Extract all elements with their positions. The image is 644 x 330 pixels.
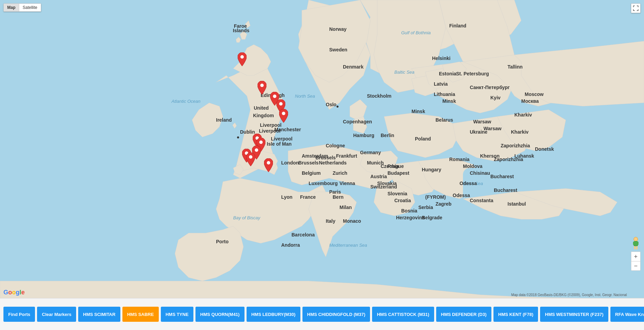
- svg-text:Bay of Biscay: Bay of Biscay: [233, 215, 261, 220]
- hms-cattistock-button[interactable]: HMS CATTISTOCK (M31): [372, 307, 434, 322]
- svg-text:Warsaw: Warsaw: [484, 126, 502, 131]
- svg-text:Norway: Norway: [329, 26, 347, 32]
- svg-text:Lithuania: Lithuania: [434, 91, 455, 97]
- svg-text:Prague: Prague: [387, 163, 404, 169]
- svg-text:Hamburg: Hamburg: [353, 133, 374, 138]
- svg-text:Austria: Austria: [370, 174, 387, 179]
- svg-text:Barcelona: Barcelona: [291, 232, 315, 237]
- hms-tyne-button[interactable]: HMS TYNE: [161, 307, 193, 322]
- svg-text:Berlin: Berlin: [381, 133, 394, 138]
- svg-text:Finland: Finland: [449, 23, 466, 28]
- svg-text:Kharkiv: Kharkiv: [514, 112, 532, 118]
- bottom-bar: Find Ports Clear Markers HMS SCIMITAR HM…: [0, 298, 644, 330]
- svg-text:Porto: Porto: [216, 239, 229, 244]
- svg-point-111: [240, 55, 244, 59]
- rfa-wave-knight-button[interactable]: RFA Wave Knight: [610, 307, 644, 322]
- svg-point-105: [634, 237, 638, 241]
- svg-text:Cologne: Cologne: [326, 143, 345, 148]
- map-container: Atlantic Ocean North Sea Baltic Sea Bay …: [0, 0, 644, 298]
- svg-point-117: [259, 140, 263, 144]
- svg-text:Kyiv: Kyiv: [490, 95, 501, 100]
- svg-text:London: London: [281, 160, 299, 166]
- svg-text:Moscow: Moscow: [525, 91, 544, 97]
- map-marker-1[interactable]: [238, 52, 247, 66]
- svg-text:Odessa: Odessa: [453, 193, 470, 198]
- satellite-btn[interactable]: Satellite: [19, 4, 41, 11]
- svg-text:Москва: Москва: [521, 98, 539, 104]
- svg-text:Mediterranean Sea: Mediterranean Sea: [329, 243, 367, 248]
- svg-text:Ireland: Ireland: [216, 117, 232, 123]
- svg-text:Belgrade: Belgrade: [422, 215, 442, 220]
- svg-text:Oslo: Oslo: [326, 102, 336, 107]
- hms-sabre-button[interactable]: HMS SABRE: [122, 307, 159, 322]
- hms-ledbury-button[interactable]: HMS LEDBURY(M30): [247, 307, 300, 322]
- svg-point-115: [282, 112, 285, 115]
- svg-text:North Sea: North Sea: [295, 94, 315, 99]
- svg-point-114: [279, 102, 283, 106]
- svg-text:Herzegovina: Herzegovina: [396, 215, 425, 220]
- map-marker-5[interactable]: [279, 109, 288, 123]
- find-ports-button[interactable]: Find Ports: [3, 307, 35, 322]
- pegman-icon[interactable]: [631, 236, 641, 250]
- svg-text:Poland: Poland: [415, 136, 431, 142]
- svg-text:Tallinn: Tallinn: [508, 64, 523, 70]
- svg-text:Istanbul: Istanbul: [508, 201, 526, 207]
- svg-text:Milan: Milan: [339, 205, 352, 210]
- hms-kent-button[interactable]: HMS KENT (F78): [493, 307, 538, 322]
- svg-text:Slovenia: Slovenia: [387, 191, 407, 196]
- map-marker-10[interactable]: [246, 152, 255, 166]
- svg-text:Netherlands: Netherlands: [319, 160, 347, 166]
- svg-text:Санкт-Петербург: Санкт-Петербург: [470, 85, 510, 90]
- map-marker-11[interactable]: [264, 158, 273, 172]
- svg-text:United: United: [254, 105, 269, 111]
- svg-text:Estonia: Estonia: [439, 71, 456, 76]
- svg-text:Liverpool: Liverpool: [259, 128, 281, 134]
- hms-westminster-button[interactable]: HMS WESTMINSTER (F237): [540, 307, 608, 322]
- zoom-controls: + −: [631, 252, 641, 271]
- svg-text:Serbia: Serbia: [418, 205, 433, 210]
- svg-text:Paris: Paris: [329, 189, 341, 195]
- fullscreen-button[interactable]: [631, 3, 641, 13]
- svg-text:Sweden: Sweden: [329, 47, 347, 52]
- svg-text:Minsk: Minsk: [442, 98, 456, 104]
- svg-text:Helsinki: Helsinki: [432, 56, 451, 61]
- svg-text:(FYROM): (FYROM): [425, 194, 446, 200]
- zoom-out-button[interactable]: −: [631, 261, 641, 271]
- svg-text:Andorra: Andorra: [281, 242, 300, 248]
- svg-text:Kharkiv: Kharkiv: [511, 129, 529, 135]
- svg-text:Munich: Munich: [367, 160, 384, 166]
- svg-text:●: ●: [237, 134, 239, 140]
- map-marker-2[interactable]: [258, 81, 266, 95]
- svg-text:Islands: Islands: [233, 28, 249, 33]
- svg-text:Zaporizhzhia: Zaporizhzhia: [501, 143, 530, 148]
- svg-text:Brussels: Brussels: [315, 155, 336, 160]
- svg-text:Bern: Bern: [333, 194, 344, 200]
- svg-text:Germany: Germany: [360, 150, 381, 155]
- svg-text:Isle of Man: Isle of Man: [267, 141, 291, 147]
- svg-text:France: France: [300, 194, 316, 200]
- svg-text:Denmark: Denmark: [343, 64, 363, 70]
- svg-text:Hungary: Hungary: [422, 167, 441, 172]
- svg-text:Gulf of Bothnia: Gulf of Bothnia: [401, 30, 431, 35]
- svg-text:Croatia: Croatia: [394, 198, 411, 203]
- hms-quorn-button[interactable]: HMS QUORN(M41): [195, 307, 245, 322]
- map-btn[interactable]: Map: [4, 4, 19, 11]
- svg-rect-107: [633, 242, 635, 245]
- svg-text:Odessa: Odessa: [460, 181, 477, 186]
- clear-markers-button[interactable]: Clear Markers: [37, 307, 76, 322]
- svg-text:Brussels: Brussels: [298, 160, 319, 166]
- svg-text:Lyon: Lyon: [281, 194, 293, 200]
- zoom-in-button[interactable]: +: [631, 252, 641, 261]
- svg-point-113: [273, 95, 276, 98]
- svg-point-121: [267, 161, 270, 164]
- hms-chiddingfold-button[interactable]: HMS CHIDDINGFOLD (M37): [302, 307, 370, 322]
- svg-text:Kingdom: Kingdom: [253, 113, 274, 118]
- hms-scimitar-button[interactable]: HMS SCIMITAR: [78, 307, 120, 322]
- svg-text:Belgium: Belgium: [302, 170, 321, 176]
- svg-text:Liverpool: Liverpool: [271, 136, 293, 142]
- svg-text:Bucharest: Bucharest: [494, 187, 517, 193]
- hms-defender-button[interactable]: HMS DEFENDER (D3): [436, 307, 491, 322]
- svg-point-112: [260, 84, 264, 87]
- svg-text:Luhansk: Luhansk: [514, 153, 534, 159]
- svg-text:Monaco: Monaco: [343, 218, 361, 224]
